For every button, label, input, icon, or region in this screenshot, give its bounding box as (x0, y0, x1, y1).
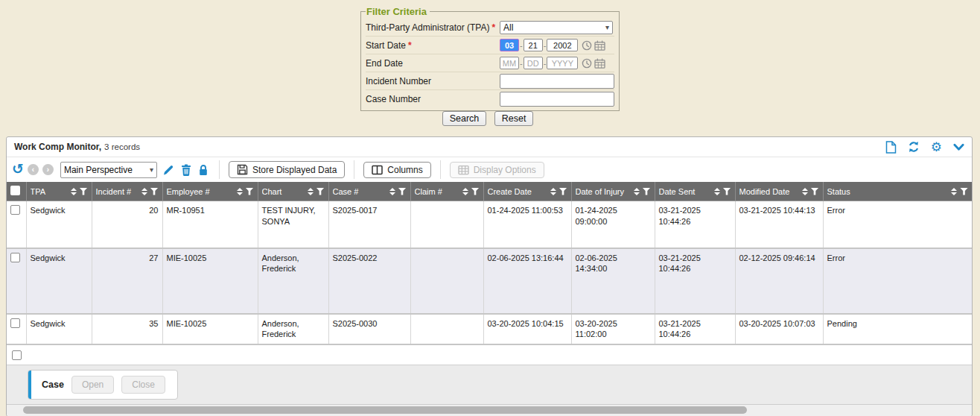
column-header-chart[interactable]: Chart (258, 182, 328, 201)
filter-funnel-icon[interactable] (559, 188, 567, 195)
store-displayed-data-button[interactable]: Store Displayed Data (229, 161, 345, 178)
horizontal-scrollbar[interactable] (7, 404, 972, 416)
select-all-checkbox[interactable] (10, 186, 20, 195)
gear-icon[interactable]: ⚙ (931, 141, 942, 154)
cell-employee: MR-10951 (162, 201, 258, 248)
scrollbar-thumb[interactable] (23, 406, 747, 414)
column-header-tpa[interactable]: TPA (26, 182, 92, 201)
cell-chart: Anderson, Frederick (258, 248, 328, 314)
footer-checkbox[interactable] (12, 350, 22, 360)
calendar-icon[interactable] (594, 58, 605, 69)
end-date-month-input[interactable]: MM (500, 57, 519, 69)
table-header-row: TPA Incident # Employee # Chart Case # C… (7, 182, 972, 201)
clock-icon[interactable] (582, 40, 592, 51)
display-options-button[interactable]: Display Options (450, 162, 544, 178)
filter-funnel-icon[interactable] (811, 188, 819, 195)
module-title: Work Comp Monitor, (14, 142, 101, 152)
search-button[interactable]: Search (442, 111, 487, 126)
column-header-modified-date[interactable]: Modified Date (735, 182, 823, 201)
filter-funnel-icon[interactable] (246, 188, 254, 195)
column-header-claim[interactable]: Claim # (410, 182, 483, 201)
filter-criteria-fieldset: Filter Criteria Third-Party Administrato… (360, 6, 620, 111)
cell-incident: 27 (92, 248, 162, 314)
sort-icon[interactable] (951, 188, 957, 195)
collapse-chevron-icon[interactable] (953, 143, 964, 151)
end-date-day-input[interactable]: DD (524, 57, 543, 69)
clock-icon[interactable] (582, 58, 592, 69)
sort-icon[interactable] (71, 188, 77, 195)
filter-funnel-icon[interactable] (643, 188, 651, 195)
cell-modified-date: 03-20-2025 10:07:03 (735, 314, 823, 345)
filter-criteria-panel: Filter Criteria Third-Party Administrato… (360, 6, 615, 111)
date-separator: - (544, 59, 547, 68)
date-separator: - (520, 59, 523, 68)
filter-funnel-icon[interactable] (471, 188, 480, 195)
sort-icon[interactable] (714, 188, 720, 195)
start-date-year-input[interactable]: 2002 (547, 39, 578, 51)
reset-view-icon[interactable]: ↺ (12, 162, 24, 176)
open-case-button[interactable]: Open (71, 376, 114, 394)
next-perspective-icon[interactable]: › (42, 164, 54, 175)
start-date-day-input[interactable]: 21 (524, 39, 543, 51)
start-date-label: Start Date* (366, 40, 500, 51)
cell-incident: 20 (92, 201, 162, 248)
refresh-icon[interactable] (908, 141, 920, 153)
sort-icon[interactable] (389, 188, 395, 195)
sort-icon[interactable] (550, 188, 556, 195)
filter-funnel-icon[interactable] (316, 188, 325, 195)
cell-date-of-injury: 03-20-2025 11:02:00 (571, 314, 655, 345)
filter-criteria-legend: Filter Criteria (366, 6, 430, 17)
required-asterisk: * (491, 22, 495, 33)
work-comp-monitor-module: Work Comp Monitor, 3 records ⚙ ↺ ‹ › Mai… (6, 136, 973, 416)
start-date-row: Start Date* 03 - 21 - 2002 (366, 37, 614, 54)
new-page-icon[interactable] (885, 141, 897, 154)
delete-trash-icon[interactable] (181, 164, 191, 176)
lock-icon[interactable] (198, 164, 209, 176)
display-options-grid-icon (458, 165, 469, 175)
column-header-incident[interactable]: Incident # (92, 182, 162, 201)
tpa-select[interactable]: All ▾ (500, 21, 613, 34)
filter-funnel-icon[interactable] (398, 188, 407, 195)
row-checkbox[interactable] (10, 253, 20, 262)
sort-icon[interactable] (141, 188, 147, 195)
column-header-employee[interactable]: Employee # (162, 182, 258, 201)
chevron-down-icon: ▾ (150, 166, 153, 174)
sort-icon[interactable] (462, 188, 468, 195)
filter-buttons: Search Reset (360, 111, 615, 126)
column-header-create-date[interactable]: Create Date (483, 182, 571, 201)
end-date-year-input[interactable]: YYYY (547, 57, 578, 69)
filter-funnel-icon[interactable] (80, 188, 88, 195)
close-case-button[interactable]: Close (121, 376, 165, 394)
filter-funnel-icon[interactable] (150, 188, 159, 195)
action-panel-area: Case Open Close (7, 365, 972, 404)
filter-funnel-icon[interactable] (723, 188, 731, 195)
case-action-panel: Case Open Close (28, 370, 178, 400)
tpa-row: Third-Party Administrator (TPA)* All ▾ (366, 19, 614, 37)
cell-claim (410, 314, 483, 345)
reset-button[interactable]: Reset (494, 111, 534, 126)
sort-icon[interactable] (308, 188, 314, 195)
column-header-date-sent[interactable]: Date Sent (655, 182, 735, 201)
filter-funnel-icon[interactable] (960, 188, 968, 195)
perspective-select[interactable]: Main Perspective ▾ (60, 162, 157, 178)
start-date-month-input[interactable]: 03 (500, 39, 519, 51)
row-checkbox[interactable] (10, 318, 20, 328)
calendar-icon[interactable] (594, 40, 605, 51)
table-row: Sedgwick 20 MR-10951 TEST INJURY, SONYA … (7, 201, 972, 248)
columns-button[interactable]: Columns (363, 162, 430, 178)
column-header-status[interactable]: Status (823, 182, 972, 201)
case-number-input[interactable] (500, 92, 614, 107)
column-header-date-of-injury[interactable]: Date of Injury (571, 182, 655, 201)
sort-icon[interactable] (634, 188, 640, 195)
edit-pencil-icon[interactable] (162, 164, 174, 176)
row-checkbox[interactable] (10, 205, 20, 215)
perspective-select-value: Main Perspective (64, 165, 133, 175)
cell-create-date: 02-06-2025 13:16:44 (483, 248, 571, 314)
cell-employee: MIE-10025 (162, 314, 258, 345)
sort-icon[interactable] (802, 188, 808, 195)
sort-icon[interactable] (237, 188, 243, 195)
record-count: 3 records (104, 142, 140, 151)
column-header-case[interactable]: Case # (328, 182, 410, 201)
incident-number-input[interactable] (500, 74, 614, 89)
previous-perspective-icon[interactable]: ‹ (28, 164, 39, 175)
